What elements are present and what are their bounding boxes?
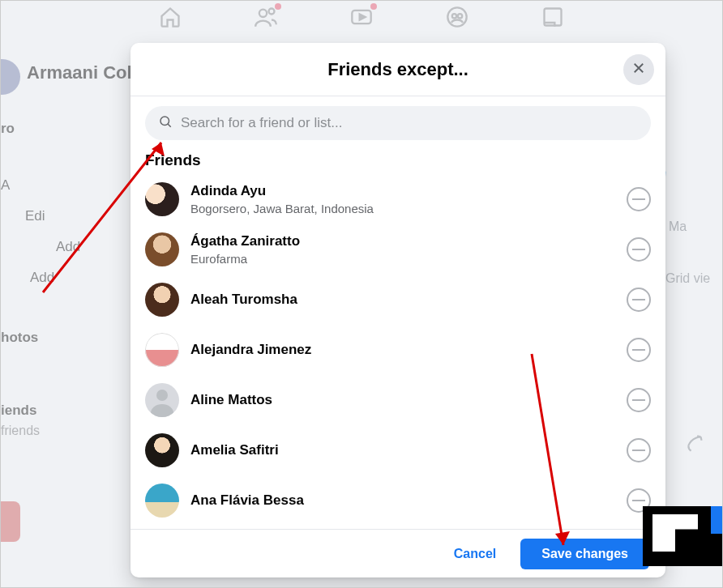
avatar (145, 182, 179, 216)
avatar (145, 383, 179, 417)
friend-info: Ana Flávia Bessa (190, 492, 615, 509)
username-label: Armaani Col (27, 62, 132, 83)
svg-point-7 (160, 117, 169, 126)
friend-info: Adinda AyuBogorsero, Jawa Barat, Indones… (190, 183, 615, 215)
avatar (0, 59, 20, 95)
search-wrap (130, 96, 665, 150)
list-item[interactable]: Ana Flávia Bessa (145, 475, 651, 526)
svg-point-1 (269, 9, 275, 15)
photo-thumb (0, 501, 20, 542)
watch-icon (350, 6, 373, 32)
close-button[interactable] (623, 54, 654, 85)
avatar (145, 433, 179, 467)
friend-info: Alejandra Jimenez (190, 342, 615, 358)
home-icon (159, 6, 182, 32)
search-field[interactable] (145, 106, 651, 140)
close-icon (631, 61, 646, 79)
friend-name: Ágatha Zaniratto (190, 233, 615, 249)
friend-name: Aline Mattos (190, 392, 615, 408)
avatar (145, 283, 179, 317)
more-icon (541, 6, 564, 32)
friend-name: Ana Flávia Bessa (190, 492, 615, 509)
modal-footer: Cancel Save changes (130, 529, 665, 577)
sidebar-fragments: ro A Edi Add Add hotos iends friends (1, 106, 80, 453)
friend-sub: Eurofarma (190, 252, 615, 266)
svg-point-5 (458, 14, 462, 18)
friend-info: Aleah Turomsha (190, 292, 615, 308)
avatar (145, 333, 179, 367)
exclude-button[interactable] (627, 388, 651, 412)
groups-icon (446, 6, 468, 32)
exclude-button[interactable] (627, 237, 651, 262)
avatar (145, 232, 179, 266)
modal-title: Friends except... (327, 59, 468, 80)
cancel-button[interactable]: Cancel (446, 540, 504, 568)
svg-point-0 (259, 10, 267, 17)
list-item[interactable]: Adinda AyuBogorsero, Jawa Barat, Indones… (145, 174, 651, 224)
list-item[interactable]: Ágatha ZanirattoEurofarma (145, 224, 651, 275)
friends-icon (255, 6, 277, 32)
save-changes-button[interactable]: Save changes (520, 539, 649, 569)
share-icon (685, 433, 706, 458)
list-item[interactable]: Aleah Turomsha (145, 275, 651, 325)
list-item[interactable]: Amelia Safitri (145, 425, 651, 475)
list-item[interactable]: Alejandra Jimenez (145, 325, 651, 375)
search-input[interactable] (181, 115, 638, 131)
section-heading: Friends (130, 150, 665, 174)
exclude-button[interactable] (627, 288, 651, 312)
friend-sub: Bogorsero, Jawa Barat, Indonesia (190, 202, 615, 215)
exclude-button[interactable] (627, 438, 651, 462)
top-nav (1, 6, 722, 32)
friend-info: Ágatha ZanirattoEurofarma (190, 233, 615, 265)
friends-except-modal: Friends except... Friends Adinda AyuBogo… (130, 43, 665, 577)
friends-list[interactable]: Adinda AyuBogorsero, Jawa Barat, Indones… (130, 174, 665, 529)
friend-info: Aline Mattos (190, 392, 615, 408)
list-item[interactable]: Aline Mattos (145, 375, 651, 425)
exclude-button[interactable] (627, 187, 651, 211)
friend-info: Amelia Safitri (190, 442, 615, 458)
friend-name: Alejandra Jimenez (190, 342, 615, 358)
friend-name: Amelia Safitri (190, 442, 615, 458)
friend-name: Aleah Turomsha (190, 292, 615, 308)
avatar (145, 484, 179, 518)
modal-header: Friends except... (130, 43, 665, 96)
friend-name: Adinda Ayu (190, 183, 615, 199)
svg-point-4 (452, 14, 456, 18)
search-icon (158, 114, 173, 132)
exclude-button[interactable] (627, 338, 651, 362)
watermark (643, 506, 722, 566)
